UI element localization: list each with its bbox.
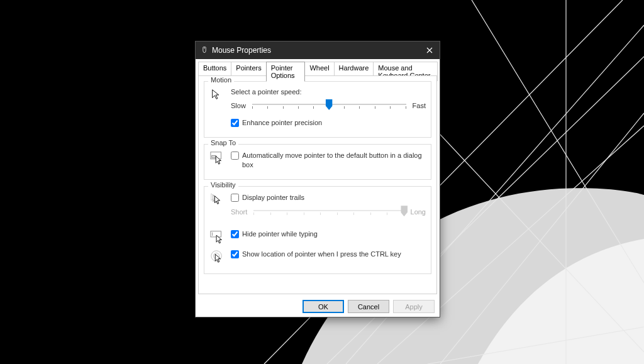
- motion-instruction: Select a pointer speed:: [231, 88, 426, 96]
- show-location-ctrl-label: Show location of pointer when I press th…: [242, 250, 401, 258]
- window-title: Mouse Properties: [212, 46, 271, 55]
- slow-label: Slow: [231, 102, 246, 109]
- dialog-button-row: OK Cancel Apply: [303, 300, 435, 313]
- apply-button: Apply: [393, 300, 435, 313]
- mouse-icon: [201, 47, 208, 54]
- ok-button[interactable]: OK: [303, 300, 344, 313]
- enhance-precision-checkbox[interactable]: Enhance pointer precision: [231, 118, 426, 127]
- snap-to-label: Automatically move pointer to the defaul…: [242, 151, 426, 169]
- snap-to-legend: Snap To: [208, 139, 238, 146]
- svg-rect-10: [212, 156, 216, 158]
- display-trails-label: Display pointer trails: [242, 193, 304, 202]
- display-trails-checkbox[interactable]: Display pointer trails: [231, 193, 426, 202]
- pointer-speed-slider[interactable]: [252, 98, 406, 113]
- titlebar[interactable]: Mouse Properties: [196, 41, 440, 59]
- mouse-properties-dialog: Mouse Properties Buttons Pointers Pointe…: [195, 41, 440, 317]
- hide-while-typing-checkbox[interactable]: Hide pointer while typing: [231, 229, 426, 238]
- short-label: Short: [231, 208, 247, 216]
- snap-to-group: Snap To Automatically move pointer to th…: [204, 144, 431, 180]
- enhance-precision-label: Enhance pointer precision: [242, 118, 322, 127]
- visibility-legend: Visibility: [208, 181, 238, 189]
- close-button[interactable]: [419, 41, 440, 59]
- trails-length-slider: [253, 204, 404, 219]
- visibility-group: Visibility Display pointer trails: [204, 186, 431, 274]
- fast-label: Fast: [413, 102, 426, 109]
- snap-to-checkbox[interactable]: Automatically move pointer to the defaul…: [231, 151, 426, 169]
- tab-panel-pointer-options: Motion Select a pointer speed: Slow: [198, 75, 437, 294]
- hide-typing-icon: [209, 229, 225, 243]
- snap-to-icon: [209, 151, 225, 165]
- motion-legend: Motion: [208, 76, 234, 84]
- show-location-ctrl-checkbox[interactable]: Show location of pointer when I press th…: [231, 250, 426, 258]
- ctrl-locate-icon: [209, 250, 225, 263]
- motion-group: Motion Select a pointer speed: Slow: [204, 81, 431, 138]
- cancel-button[interactable]: Cancel: [348, 300, 389, 313]
- trails-icon: [209, 193, 225, 207]
- tab-pointer-options[interactable]: Pointer Options: [266, 62, 306, 82]
- cursor-speed-icon: [209, 88, 225, 102]
- hide-while-typing-label: Hide pointer while typing: [242, 229, 318, 238]
- long-label: Long: [411, 208, 426, 216]
